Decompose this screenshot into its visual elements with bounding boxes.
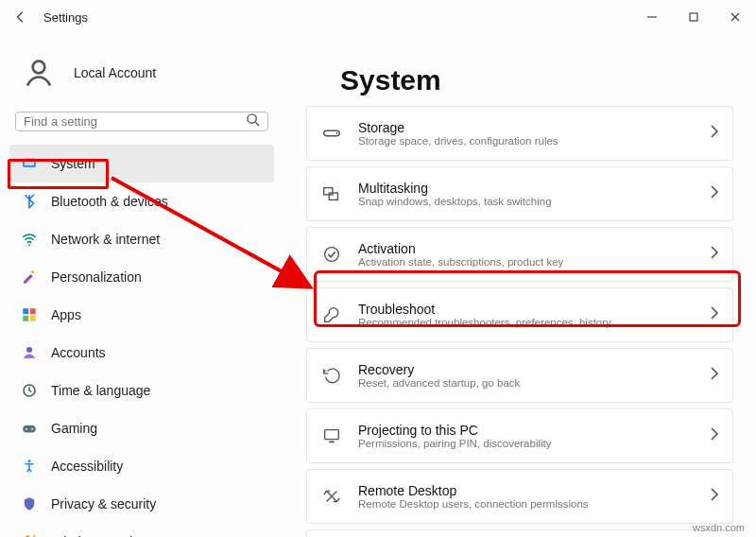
card-title: Projecting to this PC: [358, 423, 695, 438]
gaming-icon: [21, 420, 38, 437]
search-input[interactable]: [24, 114, 246, 129]
svg-point-20: [28, 459, 31, 462]
card-title: Storage: [358, 120, 695, 135]
svg-rect-8: [25, 160, 35, 165]
svg-point-18: [26, 428, 27, 430]
card-subtitle: Activation state, subscriptions, product…: [358, 256, 695, 268]
card-subtitle: Snap windows, desktops, task switching: [358, 196, 695, 207]
item-activation[interactable]: Activation Activation state, subscriptio…: [306, 227, 733, 282]
chevron-right-icon: [710, 488, 719, 505]
card-title: Activation: [358, 241, 695, 256]
svg-rect-11: [23, 308, 28, 314]
sidebar-item-label: Personalization: [51, 269, 142, 285]
system-icon: [21, 155, 38, 172]
user-name: Local Account: [74, 65, 156, 80]
item-troubleshoot[interactable]: Troubleshoot Recommended troubleshooters…: [306, 287, 733, 342]
sidebar-item-system[interactable]: System: [9, 145, 274, 182]
svg-rect-23: [324, 188, 333, 195]
search-icon: [246, 113, 260, 130]
titlebar-left: Settings: [13, 9, 88, 25]
card-subtitle: Remote Desktop users, connection permiss…: [358, 498, 695, 510]
sidebar-item-label: Apps: [51, 307, 81, 322]
item-multitasking[interactable]: Multitasking Snap windows, desktops, tas…: [306, 166, 733, 221]
chevron-right-icon: [710, 125, 719, 142]
sidebar-item-privacy[interactable]: Privacy & security: [9, 485, 274, 523]
sidebar-item-label: Network & internet: [51, 232, 160, 247]
watermark: wsxdn.com: [693, 522, 745, 533]
card-subtitle: Permissions, pairing PIN, discoverabilit…: [358, 438, 695, 449]
card-text: Troubleshoot Recommended troubleshooters…: [358, 302, 695, 328]
item-storage[interactable]: Storage Storage space, drives, configura…: [306, 106, 733, 161]
svg-rect-27: [329, 442, 335, 443]
card-text: Recovery Reset, advanced startup, go bac…: [358, 362, 695, 389]
wifi-icon: [21, 231, 38, 248]
chevron-right-icon: [710, 427, 719, 444]
item-recovery[interactable]: Recovery Reset, advanced startup, go bac…: [306, 348, 733, 403]
item-remote-desktop[interactable]: Remote Desktop Remote Desktop users, con…: [306, 469, 733, 524]
svg-point-25: [325, 248, 339, 262]
item-clipboard[interactable]: Clipboard: [306, 529, 733, 537]
user-account[interactable]: Local Account: [6, 42, 278, 108]
card-text: Multitasking Snap windows, desktops, tas…: [358, 181, 695, 207]
svg-point-4: [33, 61, 45, 74]
svg-rect-1: [690, 13, 697, 21]
svg-point-9: [28, 244, 30, 246]
accounts-icon: [21, 344, 38, 361]
sidebar-item-bluetooth[interactable]: Bluetooth & devices: [9, 182, 274, 220]
back-button[interactable]: [13, 9, 28, 25]
sidebar-item-accounts[interactable]: Accounts: [9, 334, 274, 372]
card-text: Remote Desktop Remote Desktop users, con…: [358, 483, 695, 510]
chevron-right-icon: [710, 246, 719, 263]
sidebar-item-update[interactable]: Windows Update: [9, 523, 274, 537]
svg-line-6: [255, 122, 259, 126]
sidebar-item-accessibility[interactable]: Accessibility: [9, 447, 274, 485]
card-title: Troubleshoot: [358, 302, 695, 317]
projecting-icon: [320, 424, 343, 447]
sidebar-item-network[interactable]: Network & internet: [9, 220, 274, 258]
card-title: Multitasking: [358, 181, 695, 196]
maximize-button[interactable]: [673, 3, 714, 31]
svg-rect-17: [23, 425, 36, 433]
troubleshoot-icon: [320, 303, 343, 326]
body: Local Account System Bluetooth & devices: [0, 34, 756, 537]
sidebar-item-label: Time & language: [51, 383, 150, 398]
window-controls: [631, 3, 756, 31]
card-subtitle: Storage space, drives, configuration rul…: [358, 135, 695, 147]
sidebar-item-personalization[interactable]: Personalization: [9, 258, 274, 296]
sidebar-item-label: Accessibility: [51, 459, 123, 474]
svg-rect-26: [325, 430, 339, 440]
minimize-button[interactable]: [631, 3, 673, 31]
clock-icon: [21, 382, 38, 399]
card-title: Remote Desktop: [358, 483, 695, 498]
settings-list: Storage Storage space, drives, configura…: [306, 106, 733, 537]
window-title: Settings: [43, 10, 88, 25]
close-button[interactable]: [714, 3, 756, 31]
multitasking-icon: [320, 182, 343, 205]
bluetooth-icon: [21, 193, 38, 210]
avatar: [17, 51, 60, 95]
sidebar-item-label: Gaming: [51, 421, 97, 436]
activation-icon: [320, 243, 343, 266]
accessibility-icon: [21, 458, 38, 475]
storage-icon: [320, 122, 343, 145]
sidebar-item-time[interactable]: Time & language: [9, 372, 274, 409]
item-projecting[interactable]: Projecting to this PC Permissions, pairi…: [306, 408, 733, 463]
titlebar: Settings: [0, 0, 756, 34]
svg-point-22: [336, 132, 338, 134]
svg-point-15: [26, 347, 32, 353]
search-box[interactable]: [15, 112, 268, 131]
card-text: Storage Storage space, drives, configura…: [358, 120, 695, 147]
card-subtitle: Reset, advanced startup, go back: [358, 377, 695, 389]
svg-rect-24: [329, 193, 337, 199]
sidebar-item-label: System: [51, 156, 95, 171]
svg-point-5: [248, 114, 256, 123]
chevron-right-icon: [710, 367, 719, 384]
card-text: Projecting to this PC Permissions, pairi…: [358, 423, 695, 449]
sidebar-item-apps[interactable]: Apps: [9, 296, 274, 334]
sidebar-item-label: Bluetooth & devices: [51, 194, 168, 209]
recovery-icon: [320, 364, 343, 387]
chevron-right-icon: [710, 185, 719, 202]
shield-icon: [21, 495, 38, 512]
sidebar-item-gaming[interactable]: Gaming: [9, 409, 274, 447]
chevron-right-icon: [710, 306, 719, 323]
